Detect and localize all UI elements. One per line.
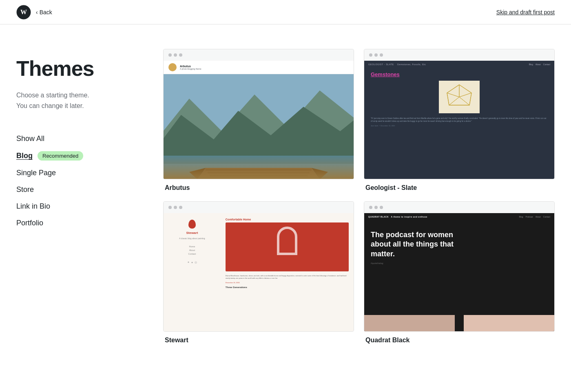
window-dots [164,202,354,213]
arbutus-site-name: Arbutus [180,65,201,68]
dot-3 [179,53,182,57]
geo-author: Jane lamb [371,125,378,127]
arbutus-header: Arbutus A photo blogging theme [164,61,354,74]
stewart-social: ✦ ● ◎ [187,261,197,264]
quadrat-nav-contact: Contact [543,216,550,218]
dot-1 [369,53,372,57]
geo-site-title: GEOLOGIST - SLATE Gemstones, Fossils, Et… [368,63,426,66]
theme-card-geologist[interactable]: GEOLOGIST - SLATE Gemstones, Fossils, Et… [364,49,555,192]
quadrat-nav-podcast: Podcast [526,216,533,218]
dot-1 [369,206,372,209]
quadrat-topbar: QUADRAT BLACK A theme to inspire and ent… [364,213,554,220]
theme-card-stewart[interactable]: Stewart A classic blog about painting Ho… [163,201,354,344]
stewart-tagline: A classic blog about painting [179,237,205,240]
sidebar: Themes Choose a starting theme. You can … [16,49,147,344]
twitter-icon: ✦ [187,261,190,264]
geo-body-text: "If I just stop over to Green Gables aft… [371,117,548,123]
quadrat-nav-blog: Blog [519,216,523,218]
stewart-nav-home: Home [188,245,196,248]
stewart-nav: Home About Contact [188,245,196,255]
arbutus-site-info: Arbutus A photo blogging theme [180,65,201,70]
back-arrow-icon: ‹ [36,9,38,15]
sidebar-item-blog[interactable]: Blog Recommended [16,147,147,165]
geo-nav-contact: Contact [543,63,550,66]
stewart-body-text: Divina Woodhouse, handsome, clever, and … [226,275,349,280]
svg-marker-15 [447,93,459,105]
geo-heading: Gemstones [371,71,548,77]
window-dots [364,202,554,213]
dot-3 [179,206,182,209]
dot-3 [380,206,383,209]
theme-name-arbutus: Arbutus [163,184,354,192]
sidebar-item-single-page[interactable]: Single Page [16,165,147,181]
quadrat-hero-text: The podcast for women about all the thin… [371,230,510,259]
arbutus-hero-image [164,74,354,179]
sidebar-item-label: Single Page [16,169,56,177]
back-button[interactable]: ‹ Back [36,9,52,15]
quadrat-strip-3 [464,315,554,331]
facebook-icon: ● [191,261,193,264]
skip-link[interactable]: Skip and draft first post [496,9,555,15]
quadrat-nav: Blog Podcast About Contact [519,216,550,218]
quadrat-strip-2 [455,315,464,331]
quadrat-hashtag: #quotethattag [371,262,510,264]
stewart-screenshot: Stewart A classic blog about painting Ho… [164,213,354,331]
instagram-icon: ◎ [195,261,197,264]
geo-date: December 11, 2021 [381,125,395,127]
svg-marker-17 [449,97,469,105]
sidebar-item-show-all[interactable]: Show All [16,130,147,147]
gem-svg [443,83,476,111]
quadrat-brand: QUADRAT BLACK A theme to inspire and ent… [368,216,427,218]
stewart-subtitle: Three Generations [226,286,349,288]
header: W ‹ Back Skip and draft first post [0,0,571,24]
quadrat-hero: The podcast for women about all the thin… [364,220,516,274]
arbutus-avatar [168,63,177,71]
stewart-post-title: Comfortable Home [226,218,349,221]
theme-card-arbutus[interactable]: Arbutus A photo blogging theme [163,49,354,192]
stewart-site-name: Stewart [186,231,198,235]
theme-preview-stewart: Stewart A classic blog about painting Ho… [163,201,354,332]
svg-marker-16 [459,93,471,105]
geo-nav-blog: Blog [529,63,533,66]
sidebar-item-label: Link in Bio [16,202,50,211]
theme-card-quadrat[interactable]: QUADRAT BLACK A theme to inspire and ent… [364,201,555,344]
arbutus-tagline: A photo blogging theme [180,68,201,70]
quadrat-nav-about: About [536,216,541,218]
recommended-badge: Recommended [38,151,83,161]
sidebar-item-link-in-bio[interactable]: Link in Bio [16,198,147,215]
back-label: Back [40,9,52,15]
sidebar-description: Choose a starting theme. You can change … [16,90,147,111]
dot-2 [374,53,378,57]
main-container: Themes Choose a starting theme. You can … [0,24,571,360]
dot-3 [380,53,383,57]
sidebar-item-label: Show All [16,134,44,143]
stewart-nav-contact: Contact [188,253,196,255]
svg-text:W: W [20,9,27,15]
quadrat-strip-1 [364,315,455,331]
window-dots [164,49,354,61]
geologist-screenshot: GEOLOGIST - SLATE Gemstones, Fossils, Et… [364,61,554,179]
header-left: W ‹ Back [16,5,52,20]
geo-topbar: GEOLOGIST - SLATE Gemstones, Fossils, Et… [364,61,554,68]
dot-2 [174,53,177,57]
sidebar-item-store[interactable]: Store [16,181,147,198]
stewart-logo [188,220,196,229]
window-dots [364,49,554,61]
geo-nav-about: About [536,63,541,66]
quadrat-bottom-strip [364,315,554,331]
theme-name-stewart: Stewart [163,337,354,344]
arbutus-screenshot: Arbutus A photo blogging theme [164,61,354,179]
sidebar-item-label: Portfolio [16,219,43,227]
stewart-nav-about: About [188,249,196,251]
mountain-overlay [164,156,354,179]
geo-gem-box [439,81,480,113]
sidebar-item-portfolio[interactable]: Portfolio [16,215,147,231]
stewart-main: Comfortable Home Divina Woodhouse, hands… [221,213,354,331]
stewart-featured-image [226,222,349,271]
stewart-sidebar: Stewart A classic blog about painting Ho… [164,213,221,331]
theme-preview-arbutus: Arbutus A photo blogging theme [163,49,354,179]
geo-meta: Jane lamb • December 11, 2021 [371,125,548,127]
category-nav: Show All Blog Recommended Single Page St… [16,130,147,231]
themes-grid: Arbutus A photo blogging theme [147,49,555,344]
dot-2 [174,206,177,209]
